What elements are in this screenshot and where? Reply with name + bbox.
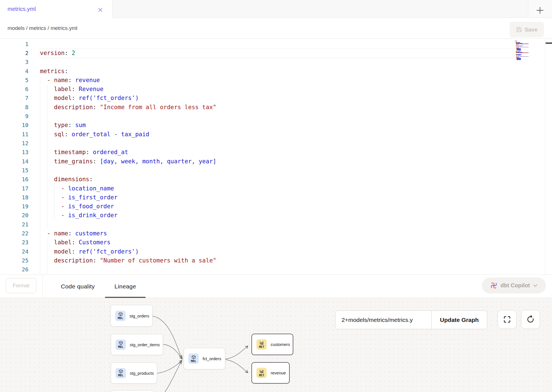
code-line-11[interactable]: 11 sql: order_total - tax_paid <box>0 130 515 139</box>
new-tab-button[interactable] <box>536 7 544 14</box>
code-line-21[interactable]: 21 <box>0 220 515 229</box>
plus-icon <box>536 7 544 14</box>
code-line-7[interactable]: 7 model: ref('fct_orders') <box>0 94 515 102</box>
code-line-8[interactable]: 8 description: "Income from all orders l… <box>0 103 515 112</box>
code-line-20[interactable]: 20 - is_drink_order <box>0 211 515 220</box>
node-label: customers <box>271 342 290 347</box>
dbt-copilot-label: dbt Copilot <box>500 282 530 289</box>
lineage-node-stg_products[interactable]: MDLstg_products <box>111 362 157 384</box>
code-line-9[interactable]: 9 <box>0 112 515 121</box>
graph-controls: 2+models/metrics/metrics.y Update Graph <box>335 310 487 329</box>
update-graph-button[interactable]: Update Graph <box>432 311 487 329</box>
minimap-line <box>516 56 519 57</box>
lineage-node-fct_orders[interactable]: MDLfct_orders <box>184 348 225 369</box>
indent-guide <box>40 220 40 229</box>
line-number: 3 <box>0 58 28 66</box>
line-number: 25 <box>0 256 28 265</box>
code-text: label: Customers <box>40 238 111 247</box>
code-line-24[interactable]: 24 model: ref('fct_orders') <box>0 247 515 256</box>
indent-guide <box>47 112 47 121</box>
code-line-25[interactable]: 25 description: "Number of customers wit… <box>0 256 515 265</box>
line-number: 5 <box>0 76 28 85</box>
code-text: model: ref('fct_orders') <box>40 94 139 102</box>
line-number: 10 <box>0 121 28 130</box>
save-icon <box>516 27 522 33</box>
close-tab-icon[interactable] <box>98 8 103 12</box>
code-line-26[interactable]: 26 <box>0 265 515 274</box>
lineage-node-stg_order_items[interactable]: MDLstg_order_items <box>111 334 163 355</box>
code-line-1[interactable]: 1 <box>0 40 515 49</box>
code-text: label: Revenue <box>40 85 104 94</box>
tab-lineage[interactable]: Lineage <box>105 275 146 298</box>
format-button[interactable]: Format <box>6 278 36 293</box>
minimap-line <box>517 59 521 60</box>
minimap[interactable] <box>515 40 543 73</box>
code-line-17[interactable]: 17 - location_name <box>0 184 515 193</box>
lineage-node-revenue[interactable]: METrevenue <box>251 362 290 384</box>
code-line-10[interactable]: 10 type: sum <box>0 121 515 130</box>
line-number: 18 <box>0 193 28 202</box>
indent-guide <box>40 166 40 175</box>
code-line-19[interactable]: 19 - is_food_order <box>0 202 515 211</box>
dbt-copilot-button[interactable]: dbt Copilot <box>482 278 546 293</box>
line-number: 9 <box>0 112 28 121</box>
minimap-line <box>515 40 517 41</box>
indent-guide <box>40 265 40 274</box>
cube-icon: MDL <box>116 340 126 350</box>
node-label: stg_orders <box>129 314 149 318</box>
code-text: sql: order_total - tax_paid <box>40 130 149 139</box>
minimap-line <box>517 50 521 51</box>
code-line-12[interactable]: 12 <box>0 139 515 148</box>
lineage-node-customers[interactable]: METcustomers <box>251 334 293 355</box>
minimap-line <box>516 47 519 47</box>
node-label: stg_products <box>130 371 154 376</box>
minimap-line <box>520 52 529 53</box>
code-line-15[interactable]: 15 <box>0 166 515 175</box>
code-line-2[interactable]: 2version: 2 <box>0 49 515 58</box>
chart-icon: MET <box>256 339 267 350</box>
minimap-line <box>517 55 520 55</box>
line-number: 24 <box>0 247 28 256</box>
code-text: version: 2 <box>40 49 75 58</box>
code-text: metrics: <box>40 67 68 76</box>
code-line-18[interactable]: 18 - is_first_order <box>0 193 515 202</box>
tab-metrics-yml[interactable]: metrics.yml <box>0 0 112 18</box>
code-line-5[interactable]: 5 - name: revenue <box>0 76 515 85</box>
dbt-copilot-icon <box>490 282 498 289</box>
refresh-button[interactable] <box>521 310 540 329</box>
line-number: 13 <box>0 148 28 157</box>
save-button[interactable]: Save <box>510 22 544 37</box>
line-number: 4 <box>0 67 28 76</box>
code-line-4[interactable]: 4metrics: <box>0 67 515 76</box>
lineage-node-partial-node[interactable]: MDL <box>111 390 155 392</box>
minimap-line <box>520 44 529 44</box>
code-line-16[interactable]: 16 dimensions: <box>0 175 515 184</box>
line-number: 8 <box>0 103 28 112</box>
line-number: 14 <box>0 157 28 166</box>
tab-code-quality[interactable]: Code quality <box>52 275 104 298</box>
code-line-22[interactable]: 22 - name: customers <box>0 229 515 238</box>
line-number: 26 <box>0 265 28 274</box>
code-text: model: ref('fct_orders') <box>40 247 139 256</box>
fullscreen-button[interactable] <box>498 310 517 329</box>
lineage-node-stg_orders[interactable]: MDLstg_orders <box>111 305 153 327</box>
code-line-14[interactable]: 14 time_grains: [day, week, month, quart… <box>0 157 515 166</box>
code-line-23[interactable]: 23 label: Customers <box>0 238 515 247</box>
lineage-graph-canvas[interactable]: MDLstg_ordersMDLstg_order_itemsMDLstg_pr… <box>0 298 552 392</box>
code-text: - name: customers <box>40 229 107 238</box>
chart-icon: MET <box>256 368 267 378</box>
line-number: 12 <box>0 139 28 148</box>
code-editor[interactable]: 12version: 234metrics:5 - name: revenue6… <box>0 39 552 274</box>
line-number: 17 <box>0 184 28 193</box>
indent-guide <box>47 220 47 229</box>
line-number: 6 <box>0 85 28 94</box>
code-line-3[interactable]: 3 <box>0 58 515 66</box>
code-line-6[interactable]: 6 label: Revenue <box>0 85 515 94</box>
code-line-13[interactable]: 13 timestamp: ordered_at <box>0 148 515 157</box>
breadcrumb: models / metrics / metrics.yml <box>8 18 77 39</box>
node-label: stg_order_items <box>130 342 160 347</box>
graph-filter-input[interactable]: 2+models/metrics/metrics.y <box>335 311 432 329</box>
line-number: 7 <box>0 94 28 102</box>
line-number: 21 <box>0 220 28 229</box>
minimap-line <box>516 52 519 53</box>
